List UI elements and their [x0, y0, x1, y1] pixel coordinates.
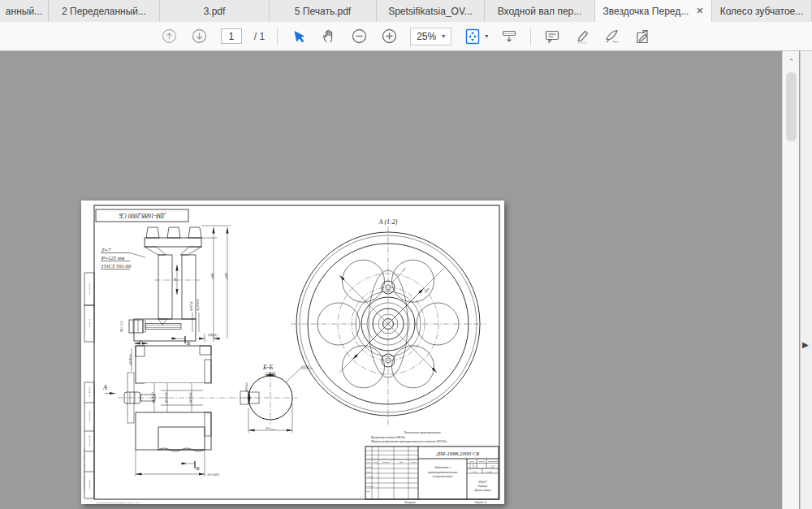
title-block-designation: ДМ-1688.2000 СБ: [436, 451, 480, 457]
title-block-label: Лист: [471, 471, 477, 473]
side-stamp-label: Инв. № дубл.: [89, 386, 90, 398]
title-block-col: Изм.: [366, 461, 371, 463]
tab-label: 3.pdf: [204, 6, 226, 17]
title-block-col: Подп.: [398, 461, 404, 463]
dim-label: ø40 Н7/п7: [152, 392, 155, 404]
view-marker: А: [102, 384, 107, 391]
dim-label: ø300: [423, 287, 430, 295]
comment-tool-button[interactable]: [543, 28, 561, 45]
org-line: Кафедра: [477, 485, 488, 488]
dim-label: 14 Р9/н9: [245, 382, 248, 392]
sprocket-note: Z=7 P=125 мм ГОСТ 591-69: [101, 247, 145, 270]
view-a-circular: А (1:2): [291, 218, 486, 425]
title-block-label: Лит.: [469, 460, 474, 463]
org-line: ЮУрГУ: [477, 481, 487, 484]
side-stamp-label: Справ. №: [89, 318, 91, 327]
hand-tool-button[interactable]: [320, 28, 338, 45]
scrollbar-thumb[interactable]: [786, 72, 797, 141]
dim-label: ø8,5 Н9/д9: [197, 299, 201, 312]
dim-label: 22: [139, 340, 142, 343]
title-block-label: Масса: [478, 460, 486, 463]
dim-label: 0,08...0,1: [208, 334, 218, 338]
tab-document-8[interactable]: Колесо зубчатое...: [712, 0, 812, 22]
side-stamp-label: Взам. инв. №: [89, 435, 90, 446]
tab-document-6[interactable]: Входной вал пер...: [485, 0, 595, 22]
zoom-in-button[interactable]: [380, 28, 398, 45]
title-block-row: Утв.: [366, 490, 370, 493]
tab-document-4[interactable]: 5 Печать.pdf: [270, 0, 377, 22]
document-viewer: Перв. примен. Справ. № Инв. № дубл. Подп…: [0, 51, 812, 509]
tab-document-1[interactable]: анный...: [0, 0, 49, 22]
note-line: Z=7: [102, 247, 111, 252]
tab-document-2[interactable]: 2 Переделанный...: [49, 0, 160, 22]
dim-label: ø500: [225, 273, 228, 279]
dim-label: ø35 к6: [300, 365, 309, 369]
tools-panel-strip[interactable]: ▶: [800, 51, 812, 509]
next-page-button[interactable]: [191, 28, 209, 45]
title-block-col: Лист: [372, 461, 378, 463]
title-block-row: Разраб.: [365, 466, 373, 468]
title-block-row: Н.контр.: [365, 485, 374, 488]
page-total-label: / 1: [254, 31, 265, 42]
tab-bar: анный... 2 Переделанный... 3.pdf 5 Печат…: [0, 0, 812, 22]
fill-sign-tool-button[interactable]: [603, 28, 621, 45]
tab-document-active[interactable]: Звездочка Перед... ✕: [595, 0, 712, 22]
tab-label: Колесо зубчатое...: [720, 6, 804, 17]
select-tool-button[interactable]: [290, 28, 308, 45]
technical-characteristics: Техническая характеристика Вращающий мом…: [370, 431, 447, 443]
title-block-scale-value: 1:2: [490, 465, 495, 468]
scroll-up-icon[interactable]: ⌃: [783, 58, 800, 66]
title-block-label: Листов: [485, 471, 493, 473]
note-line: P=125 мм: [101, 255, 124, 261]
toolbar-divider: [530, 28, 531, 45]
tab-document-3[interactable]: 3.pdf: [160, 0, 270, 22]
close-tab-icon[interactable]: ✕: [696, 6, 703, 15]
title-block-row: Т.контр.: [366, 476, 374, 478]
format-label: Формат A3: [475, 501, 487, 504]
pdf-toolbar: / 1 25% ▾ ▾: [0, 22, 812, 51]
dim-label: 7×40 Н9: [266, 372, 275, 375]
expand-panel-icon[interactable]: ▶: [802, 340, 809, 349]
designation-stamp-text: ДМ-1688.2000 СБ: [119, 212, 166, 219]
side-stamp-label: Подп. и дата: [89, 411, 90, 423]
side-stamp-label: Инв. № подл.: [89, 479, 90, 490]
watermark-text: Не для коммерческого использования. КОМП…: [83, 447, 85, 494]
zoom-level-value: 25%: [417, 31, 436, 42]
zoom-out-button[interactable]: [350, 28, 368, 45]
engineering-drawing: Перв. примен. Справ. № Инв. № дубл. Подп…: [81, 201, 504, 504]
vertical-scrollbar[interactable]: ⌃: [782, 51, 799, 509]
kopiroval-label: Копировал: [404, 501, 416, 504]
part-name-line: Звездочка с: [434, 465, 451, 469]
title-block-col: № докум.: [382, 461, 391, 463]
tab-document-5[interactable]: Spetsifikatsia_OV...: [377, 0, 485, 22]
dim-label: ø50 Н9/д9: [129, 354, 132, 366]
sign-document-tool-button[interactable]: [633, 28, 651, 45]
part-name-line: устройством: [432, 474, 453, 478]
dim-label: ø50 Р9/н6: [189, 392, 192, 404]
page-number-input[interactable]: [221, 28, 242, 44]
title-block-label: Масштаб: [487, 460, 498, 463]
tab-label: 5 Печать.pdf: [295, 6, 351, 17]
view-title: Б-Б: [262, 364, 273, 371]
pdf-page[interactable]: Перв. примен. Справ. № Инв. № дубл. Подп…: [81, 201, 504, 504]
org-line: «Детали машин»: [473, 489, 492, 492]
title-block-row: Пров.: [365, 471, 371, 473]
tech-spec-line: Вращающий момент 948 Нм: [371, 435, 406, 439]
chevron-down-icon[interactable]: ▾: [485, 32, 488, 40]
highlight-tool-button[interactable]: [573, 28, 591, 45]
section-marker: Б: [196, 465, 200, 472]
previous-page-button[interactable]: [161, 28, 179, 45]
title-block-value: 1: [495, 471, 497, 473]
title-block: ДМ-1688.2000 СБ Звездочка с предохраните…: [365, 446, 499, 504]
fit-page-button[interactable]: [464, 28, 482, 45]
zoom-level-dropdown[interactable]: 25% ▾: [410, 28, 451, 45]
tab-label: 2 Переделанный...: [62, 6, 146, 17]
watermark-text: Не для коммерческого использования. КОМП…: [95, 502, 141, 504]
scrolling-mode-button[interactable]: [500, 28, 518, 45]
dim-label: ø484: [211, 273, 214, 279]
note-line: ГОСТ 591-69: [101, 263, 132, 269]
tech-spec-line: Техническая характеристика: [404, 431, 440, 434]
section-bb-view: Б-Б 7×40 Н9 14 Р9/н9 63,5₋₀,₂ ø35 к6: [240, 364, 313, 433]
dim-label: ø8 Н7/к6: [190, 301, 193, 312]
tech-spec-line: Момент срабатывания предохранительного э…: [370, 440, 447, 443]
